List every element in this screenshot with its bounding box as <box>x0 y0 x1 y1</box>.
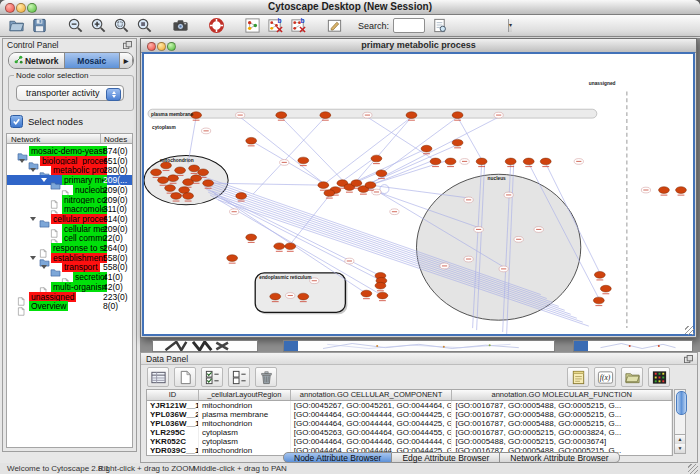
zoom-fit-icon[interactable] <box>135 16 154 35</box>
network-canvas[interactable]: plasma membranecytoplasmmitochondrionnuc… <box>142 52 695 336</box>
select-nodes-checkbox[interactable] <box>10 115 23 128</box>
tab-edge-attribute-browser[interactable]: Edge Attribute Browser <box>392 452 500 463</box>
expand-triangle-icon[interactable] <box>41 265 47 269</box>
tab-network-attribute-browser[interactable]: Network Attribute Browser <box>500 452 619 463</box>
table-row[interactable]: YPL036W__2plasma membrane[GO:0044464, GO… <box>147 410 672 419</box>
status-zoom-hint: Right-click + drag to ZOOM <box>98 464 195 473</box>
unselect-attributes-icon[interactable] <box>228 367 250 387</box>
app-resize-grip[interactable] <box>688 464 698 474</box>
help-ring-icon[interactable] <box>207 16 226 35</box>
tree-item-node-count: 280(0) <box>103 165 133 175</box>
scrollbar-thumb[interactable] <box>676 391 687 415</box>
attribute-table-icon[interactable] <box>147 367 169 387</box>
table-header-cell[interactable]: _cellularLayoutRegion <box>199 390 291 400</box>
table-cell: mitochondrion <box>199 446 291 455</box>
table-row[interactable]: YKR052Ccytoplasm[GO:0044464, GO:0044446,… <box>147 437 672 446</box>
network-overview-icon[interactable] <box>243 16 262 35</box>
table-header-cell[interactable]: ID <box>147 390 199 400</box>
tree-item-cell-communicat[interactable]: cell communicat22(0) <box>7 233 132 243</box>
table-row[interactable]: YPL036W__1mitochondrion[GO:0044464, GO:0… <box>147 419 672 428</box>
table-cell: [GO:0044464, GO:0044444, GO:0044425, G..… <box>291 410 453 419</box>
expand-triangle-icon[interactable] <box>30 168 36 172</box>
notes-icon[interactable] <box>567 367 589 387</box>
destroy-network-icon[interactable]: b <box>266 16 285 35</box>
compartment-label: plasma membrane <box>151 112 194 117</box>
tree-item-macromolecule[interactable]: macromolecule311(0) <box>7 204 132 214</box>
tree-item-nitrogen-compo[interactable]: nitrogen compo209(0) <box>7 195 132 205</box>
tree-item-label: nitrogen compo <box>62 195 107 205</box>
tree-item-establishment-of-lo[interactable]: establishment of lo558(0) <box>7 253 132 263</box>
scroll-up-icon[interactable]: ▲ <box>675 435 685 444</box>
save-icon[interactable] <box>30 16 49 35</box>
search-combobox[interactable]: ▾ <box>393 18 425 33</box>
destroy-view-icon[interactable]: b <box>289 16 308 35</box>
table-cell: mitochondrion <box>199 401 291 410</box>
table-cell: [GO:0005488, GO:0005215, GO:0003674] <box>452 437 672 446</box>
table-header-cell[interactable]: annotation.GO CELLULAR_COMPONENT <box>291 390 453 400</box>
expand-triangle-icon[interactable] <box>19 159 25 163</box>
snapshot-icon[interactable] <box>171 16 190 35</box>
tree-item-label: cellular process <box>51 214 107 224</box>
document-window[interactable]: primary metabolic process plasma membran… <box>140 38 697 338</box>
zoom-selected-icon[interactable] <box>112 16 131 35</box>
network-node <box>421 145 432 152</box>
table-header-cell[interactable]: annotation.GO MOLECULAR_FUNCTION <box>452 390 672 400</box>
node-color-dropdown[interactable]: transporter activity <box>16 85 124 101</box>
background-window-fragment[interactable] <box>152 340 258 352</box>
expand-triangle-icon[interactable] <box>30 256 36 260</box>
tree-item-node-count: 22(0) <box>103 233 133 243</box>
table-cell: YLR295C <box>147 428 199 437</box>
tree-item-cellular-process[interactable]: cellular process614(0) <box>7 214 132 224</box>
tree-item-multi-organism-pro[interactable]: multi-organism pro42(0) <box>7 282 132 292</box>
tree-item-node-count: 223(0) <box>103 292 133 302</box>
tree-item-biological-process[interactable]: biological_process651(0) <box>7 156 132 166</box>
zoom-in-icon[interactable] <box>89 16 108 35</box>
float-panel-icon[interactable] <box>123 41 132 49</box>
document-resize-grip[interactable] <box>685 326 694 335</box>
tree-item-response-to-stimulu[interactable]: response to stimulu264(0) <box>7 243 132 253</box>
background-window-fragment[interactable] <box>573 340 693 352</box>
tree-item-overview[interactable]: Overview8(0) <box>7 301 132 311</box>
select-attributes-icon[interactable] <box>201 367 223 387</box>
tree-item-unassigned[interactable]: unassigned223(0) <box>7 292 132 302</box>
table-row[interactable]: YJR121W__1mitochondrion[GO:0045267, GO:0… <box>147 401 672 410</box>
document-titlebar[interactable]: primary metabolic process <box>141 39 696 53</box>
tree-item-secretion[interactable]: secretion41(0) <box>7 272 132 282</box>
delete-attribute-icon[interactable] <box>255 367 277 387</box>
zoom-out-icon[interactable] <box>66 16 85 35</box>
tree-item-cellular-metabo[interactable]: cellular metabo209(0) <box>7 224 132 234</box>
node-color-selection-group: Node color selection transporter activit… <box>8 75 134 111</box>
network-glyph-icon <box>14 55 23 66</box>
search-dropdown-arrow-icon[interactable]: ▾ <box>508 19 512 32</box>
network-node <box>371 155 382 162</box>
table-scrollbar[interactable]: ▲ ▼ <box>674 389 686 454</box>
scroll-down-icon[interactable]: ▼ <box>675 444 685 453</box>
tab-node-attribute-browser[interactable]: Node Attribute Browser <box>283 452 392 463</box>
expand-triangle-icon[interactable] <box>41 178 47 182</box>
tree-item-label: response to stimulu <box>51 243 107 253</box>
matrix-icon[interactable] <box>648 367 670 387</box>
tab-network[interactable]: Network <box>9 53 65 68</box>
network-node <box>375 282 386 289</box>
background-window-fragment[interactable] <box>283 340 555 352</box>
tree-item-mosaic-demo-yeast[interactable]: mosaic-demo-yeast874(0) <box>7 146 132 156</box>
tree-item-nucleobase-[interactable]: nucleobase-209(0) <box>7 185 132 195</box>
import-attributes-icon[interactable] <box>621 367 643 387</box>
search-input[interactable] <box>394 19 508 32</box>
tree-item-transport[interactable]: transport558(0) <box>7 262 132 272</box>
annotation-select-icon[interactable] <box>325 16 344 35</box>
network-file-icon <box>17 302 25 320</box>
tree-item-primary-metabo[interactable]: primary metabo209(... <box>7 175 132 185</box>
tree-item-metabolic-process[interactable]: metabolic process280(0) <box>7 165 132 175</box>
network-node <box>298 293 309 300</box>
open-icon[interactable] <box>7 16 26 35</box>
float-panel-icon[interactable] <box>684 355 693 363</box>
table-row[interactable]: YLR295Ccytoplasm[GO:0045263, GO:0044464,… <box>147 428 672 437</box>
new-attribute-icon[interactable] <box>174 367 196 387</box>
data-panel-header: Data Panel <box>141 353 697 365</box>
titlebar: Cytoscape Desktop (New Session) <box>0 0 700 15</box>
tab-overflow-arrow-icon[interactable]: ▶ <box>120 53 133 68</box>
function-builder-icon[interactable]: f(x) <box>594 367 616 387</box>
expand-triangle-icon[interactable] <box>30 217 36 221</box>
tab-mosaic[interactable]: Mosaic <box>65 53 121 68</box>
